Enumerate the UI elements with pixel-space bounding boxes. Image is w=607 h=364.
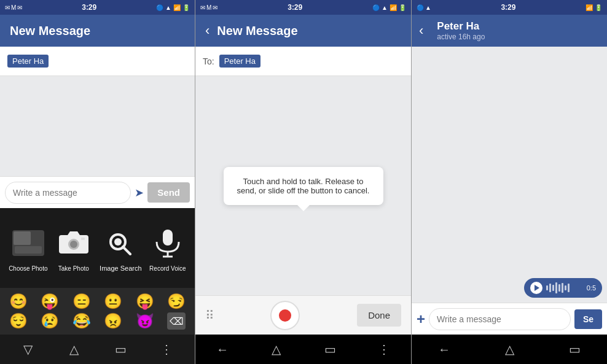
p2-status-time: 3:29 bbox=[288, 3, 302, 12]
emoji-6[interactable]: 😏 bbox=[167, 293, 186, 310]
voice-message-bubble: 0:5 bbox=[524, 278, 602, 298]
message-area-2: Touch and hold to talk. Release to send,… bbox=[195, 76, 411, 295]
nav-bar-3: ← △ ▭ bbox=[412, 335, 607, 364]
voice-time: 0:5 bbox=[587, 284, 596, 292]
emoji-7[interactable]: 😌 bbox=[9, 312, 28, 330]
p2-wifi-icon: ▲ bbox=[382, 4, 388, 11]
p2-bt-icon: 🔵 bbox=[372, 4, 380, 11]
p2-nav-back-btn[interactable]: ← bbox=[210, 337, 235, 362]
choose-photo-icon bbox=[10, 225, 47, 261]
msg-icon: M bbox=[11, 4, 16, 11]
record-voice-label: Record Voice bbox=[149, 265, 186, 272]
p2-battery-icon: 🔋 bbox=[399, 4, 406, 11]
mail2-icon: ✉ bbox=[17, 4, 22, 11]
svg-rect-2 bbox=[15, 246, 42, 254]
p3-status-left: 🔵 ▲ bbox=[417, 4, 431, 11]
p2-mail2-icon: ✉ bbox=[213, 4, 217, 11]
attach-item-record-voice[interactable]: Record Voice bbox=[149, 225, 186, 272]
nav-down-btn[interactable]: ▽ bbox=[16, 337, 41, 362]
status-bar-3: 🔵 ▲ 3:29 📶 🔋 bbox=[412, 0, 607, 15]
p3-nav-home-btn[interactable]: △ bbox=[497, 337, 522, 362]
record-button[interactable] bbox=[270, 301, 300, 330]
panel-3: 🔵 ▲ 3:29 📶 🔋 ‹ Peter Ha active 16h ago bbox=[412, 0, 607, 364]
emoji-8[interactable]: 😢 bbox=[41, 312, 59, 330]
panel-2: ✉ M ✉ 3:29 🔵 ▲ 📶 🔋 ‹ New Message To: Pet… bbox=[195, 0, 412, 364]
nav-menu-btn[interactable]: ⋮ bbox=[154, 337, 179, 362]
nav-bar-1: ▽ △ ▭ ⋮ bbox=[0, 335, 195, 364]
recipient-field-1: Peter Ha bbox=[0, 47, 195, 76]
app-bar-2: ‹ New Message bbox=[195, 15, 411, 47]
emoji-10[interactable]: 😠 bbox=[104, 312, 122, 330]
input-bar-1: ➤ Send bbox=[0, 176, 195, 208]
image-search-label: Image Search bbox=[100, 265, 141, 272]
take-photo-label: Take Photo bbox=[58, 265, 89, 272]
panel-1: ✉ M ✉ 3:29 🔵 ▲ 📶 🔋 New Message Peter Ha … bbox=[0, 0, 195, 364]
emoji-4[interactable]: 😐 bbox=[104, 293, 122, 310]
record-bar: ⠿ Done bbox=[195, 295, 411, 335]
message-input-1[interactable] bbox=[5, 182, 131, 204]
wave-bar-2 bbox=[549, 284, 551, 292]
p2-nav-home-btn[interactable]: △ bbox=[264, 337, 289, 362]
emoji-bar: 😊 😜 😑 😐 😝 😏 😌 😢 😂 😠 😈 ⌫ bbox=[0, 288, 195, 335]
status-right-icons: 🔵 ▲ 📶 🔋 bbox=[156, 4, 190, 11]
to-field-2: To: Peter Ha bbox=[195, 47, 411, 76]
p3-status-right: 📶 🔋 bbox=[585, 4, 602, 11]
image-search-icon bbox=[102, 224, 139, 261]
emoji-11[interactable]: 😈 bbox=[136, 312, 154, 330]
p3-battery-icon: 🔋 bbox=[595, 4, 602, 11]
delete-emoji-button[interactable]: ⌫ bbox=[167, 312, 186, 330]
p2-nav-menu-btn[interactable]: ⋮ bbox=[372, 337, 396, 362]
nav-bar-2: ← △ ▭ ⋮ bbox=[195, 335, 411, 364]
play-triangle-icon bbox=[535, 285, 539, 291]
record-dot bbox=[279, 309, 291, 322]
p3-bt-icon: 🔵 bbox=[417, 4, 424, 11]
svg-marker-4 bbox=[68, 231, 80, 235]
wave-bar-6 bbox=[562, 283, 563, 293]
plus-button[interactable]: + bbox=[417, 311, 425, 328]
message-input-3[interactable] bbox=[429, 308, 571, 330]
svg-rect-11 bbox=[163, 230, 173, 246]
to-label: To: bbox=[203, 56, 214, 66]
done-button[interactable]: Done bbox=[357, 304, 401, 327]
take-photo-icon bbox=[55, 225, 92, 261]
svg-point-9 bbox=[114, 238, 122, 246]
bt-icon: 🔵 bbox=[156, 4, 163, 11]
recipient-tag-1[interactable]: Peter Ha bbox=[7, 55, 49, 68]
attach-item-choose-photo[interactable]: Choose Photo bbox=[9, 225, 47, 272]
p3-nav-recent-btn[interactable]: ▭ bbox=[562, 337, 587, 362]
back-button-3[interactable]: ‹ bbox=[419, 23, 423, 39]
attach-item-take-photo[interactable]: Take Photo bbox=[55, 225, 92, 272]
p2-nav-recent-btn[interactable]: ▭ bbox=[318, 337, 342, 362]
play-button[interactable] bbox=[530, 282, 542, 294]
emoji-3[interactable]: 😑 bbox=[72, 293, 91, 310]
p2-msg-icon: M bbox=[206, 4, 211, 11]
wave-bar-1 bbox=[546, 285, 548, 290]
emoji-9[interactable]: 😂 bbox=[72, 312, 91, 330]
emoji-5[interactable]: 😝 bbox=[136, 293, 154, 310]
wave-bar-7 bbox=[565, 285, 566, 290]
status-bar-1: ✉ M ✉ 3:29 🔵 ▲ 📶 🔋 bbox=[0, 0, 195, 15]
app-bar-title-1: New Message bbox=[10, 24, 90, 38]
keyboard-grid-icon[interactable]: ⠿ bbox=[205, 308, 213, 323]
app-bar-3: ‹ Peter Ha active 16h ago bbox=[412, 15, 607, 47]
p2-status-left: ✉ M ✉ bbox=[200, 4, 217, 11]
back-button-2[interactable]: ‹ bbox=[205, 23, 210, 39]
svg-rect-7 bbox=[81, 238, 85, 240]
choose-photo-label: Choose Photo bbox=[9, 265, 47, 272]
p3-nav-back-btn[interactable]: ← bbox=[432, 337, 456, 362]
send-button-1[interactable]: Send bbox=[147, 182, 190, 203]
battery-icon: 🔋 bbox=[182, 4, 190, 11]
emoji-row-2: 😌 😢 😂 😠 😈 ⌫ bbox=[2, 312, 192, 330]
p2-signal-icon: 📶 bbox=[390, 4, 397, 11]
attach-item-image-search[interactable]: Image Search bbox=[100, 224, 141, 272]
contact-name: Peter Ha bbox=[437, 20, 485, 33]
status-bar-2: ✉ M ✉ 3:29 🔵 ▲ 📶 🔋 bbox=[195, 0, 411, 15]
app-bar-title-2: New Message bbox=[217, 24, 297, 38]
nav-recent-btn[interactable]: ▭ bbox=[108, 337, 133, 362]
send-button-3[interactable]: Se bbox=[574, 309, 602, 329]
status-time-1: 3:29 bbox=[82, 3, 96, 12]
recipient-tag-2[interactable]: Peter Ha bbox=[219, 55, 260, 68]
nav-home-btn[interactable]: △ bbox=[62, 337, 87, 362]
emoji-2[interactable]: 😜 bbox=[41, 293, 59, 310]
emoji-1[interactable]: 😊 bbox=[9, 293, 28, 310]
